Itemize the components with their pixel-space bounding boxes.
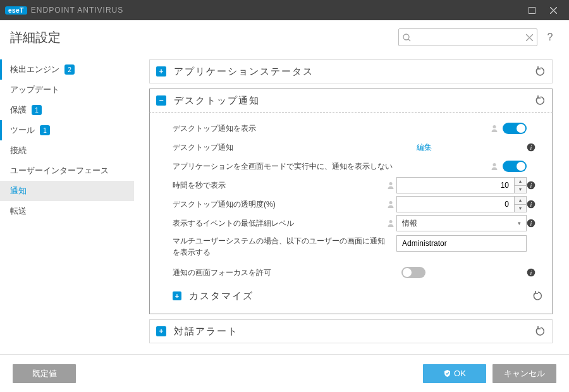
step-up-icon[interactable]: ▲ xyxy=(515,178,526,186)
svg-text:i: i xyxy=(530,269,532,276)
svg-text:i: i xyxy=(530,201,532,208)
row-opacity: デスクトップ通知の透明度(%) ▲▼ i xyxy=(173,195,543,214)
help-button[interactable]: ? xyxy=(541,32,559,43)
defaults-button[interactable]: 既定値 xyxy=(13,364,76,383)
sidebar: 検出エンジン 2 アップデート 保護 1 ツール 1 接続 ユーザーインターフェ… xyxy=(0,51,134,354)
section-interactive-alerts[interactable]: + 対話アラート xyxy=(149,319,553,343)
sidebar-item-update[interactable]: アップデート xyxy=(0,80,134,100)
section-title: 対話アラート xyxy=(174,326,535,338)
section-desktop-notification-header[interactable]: − デスクトップ通知 xyxy=(149,89,553,113)
svg-point-3 xyxy=(403,34,409,40)
info-icon[interactable]: i xyxy=(527,181,543,190)
search-input[interactable] xyxy=(413,32,523,42)
sidebar-item-detection-engine[interactable]: 検出エンジン 2 xyxy=(0,59,134,80)
section-title: デスクトップ通知 xyxy=(174,95,535,107)
expand-icon[interactable]: + xyxy=(156,326,166,336)
toggle-focus[interactable] xyxy=(401,267,425,278)
section-title: カスタマイズ xyxy=(189,290,533,302)
section-title: アプリケーションステータス xyxy=(174,66,535,78)
brand-product: ENDPOINT ANTIVIRUS xyxy=(31,6,123,15)
info-icon[interactable]: i xyxy=(527,268,543,277)
collapse-icon[interactable]: − xyxy=(156,95,166,106)
sidebar-badge: 2 xyxy=(64,64,75,75)
search-clear-icon[interactable] xyxy=(526,34,533,41)
row-label: 時間を秒で表示 xyxy=(173,180,385,191)
sidebar-item-notification[interactable]: 通知 xyxy=(0,181,134,201)
step-down-icon[interactable]: ▼ xyxy=(515,205,526,212)
svg-line-4 xyxy=(408,39,410,41)
ok-button[interactable]: OK xyxy=(423,364,486,383)
page-title: 詳細設定 xyxy=(10,29,398,46)
sidebar-item-ui[interactable]: ユーザーインターフェース xyxy=(0,161,134,181)
policy-icon xyxy=(385,181,396,189)
brand-logo: eseT xyxy=(5,6,27,15)
info-icon[interactable]: i xyxy=(527,219,543,228)
reset-icon[interactable] xyxy=(533,291,543,301)
step-up-icon[interactable]: ▲ xyxy=(515,197,526,205)
info-icon[interactable]: i xyxy=(527,143,543,152)
row-label: 通知の画面フォーカスを許可 xyxy=(173,267,399,278)
ok-label: OK xyxy=(454,369,466,378)
row-label: アプリケーションを全画面モードで実行中に、通知を表示しない xyxy=(173,161,489,172)
row-focus: 通知の画面フォーカスを許可 i xyxy=(173,263,543,282)
sidebar-item-label: 転送 xyxy=(10,205,27,217)
sidebar-item-label: 通知 xyxy=(10,185,27,197)
row-label: マルチユーザーシステムの場合、以下のユーザーの画面に通知を表示する xyxy=(173,235,396,258)
reset-icon[interactable] xyxy=(535,66,546,77)
select-value: 情報 xyxy=(402,218,417,229)
sidebar-item-protection[interactable]: 保護 1 xyxy=(0,100,134,120)
seconds-input[interactable] xyxy=(396,177,514,193)
row-label: デスクトップ通知 xyxy=(173,142,417,153)
step-down-icon[interactable]: ▼ xyxy=(515,186,526,193)
toggle-fullscreen-suppress[interactable] xyxy=(503,161,527,172)
svg-point-7 xyxy=(493,125,496,128)
expand-icon[interactable]: + xyxy=(156,66,166,77)
edit-link[interactable]: 編集 xyxy=(417,142,432,153)
svg-rect-0 xyxy=(529,7,535,13)
policy-icon xyxy=(385,200,396,208)
main-content: + アプリケーションステータス − デスクトップ通知 デスクトップ通知を表示 xyxy=(134,51,569,354)
svg-point-14 xyxy=(389,201,393,204)
opacity-input[interactable] xyxy=(396,196,514,212)
cancel-button[interactable]: キャンセル xyxy=(493,364,556,383)
multiuser-input[interactable] xyxy=(396,235,527,252)
policy-icon xyxy=(489,162,500,170)
search-field[interactable] xyxy=(398,28,537,46)
seconds-stepper[interactable]: ▲▼ xyxy=(396,177,527,193)
shield-check-icon xyxy=(443,369,451,377)
svg-text:i: i xyxy=(530,144,532,151)
sidebar-item-label: 保護 xyxy=(10,104,27,116)
toggle-show-notification[interactable] xyxy=(503,123,527,134)
sidebar-item-label: ツール xyxy=(10,125,35,136)
sidebar-item-label: 接続 xyxy=(10,145,27,156)
sidebar-item-connection[interactable]: 接続 xyxy=(0,140,134,161)
row-label: デスクトップ通知を表示 xyxy=(173,123,489,134)
row-show-notification: デスクトップ通知を表示 xyxy=(173,119,543,138)
row-label: 表示するイベントの最低詳細レベル xyxy=(173,218,385,229)
row-edit-notifications: デスクトップ通知 編集 i xyxy=(173,138,543,157)
sidebar-item-tools[interactable]: ツール 1 xyxy=(0,120,134,140)
sidebar-badge: 1 xyxy=(32,105,42,115)
policy-icon xyxy=(489,125,500,132)
sidebar-item-label: ユーザーインターフェース xyxy=(10,165,109,176)
opacity-stepper[interactable]: ▲▼ xyxy=(396,196,527,212)
section-app-status[interactable]: + アプリケーションステータス xyxy=(149,59,553,83)
search-icon xyxy=(403,34,411,42)
expand-icon[interactable]: + xyxy=(173,291,181,300)
window-maximize-icon[interactable] xyxy=(521,0,542,20)
svg-point-17 xyxy=(389,220,393,223)
info-icon[interactable]: i xyxy=(527,200,543,209)
subsection-customize[interactable]: + カスタマイズ xyxy=(173,285,543,307)
policy-icon xyxy=(385,219,396,227)
sidebar-item-label: 検出エンジン xyxy=(10,64,59,75)
row-fullscreen-suppress: アプリケーションを全画面モードで実行中に、通知を表示しない xyxy=(173,157,543,176)
reset-icon[interactable] xyxy=(535,95,546,106)
footer: 既定値 OK キャンセル xyxy=(0,354,569,392)
min-level-select[interactable]: 情報 ▾ xyxy=(396,215,527,231)
section-desktop-notification-body: デスクトップ通知を表示 デスクトップ通知 編集 i アプリケーションを全画面モー… xyxy=(149,113,553,314)
sidebar-item-forwarding[interactable]: 転送 xyxy=(0,201,134,221)
svg-text:i: i xyxy=(530,182,532,189)
window-close-icon[interactable] xyxy=(542,0,564,20)
reset-icon[interactable] xyxy=(535,326,546,336)
svg-point-10 xyxy=(493,163,496,166)
